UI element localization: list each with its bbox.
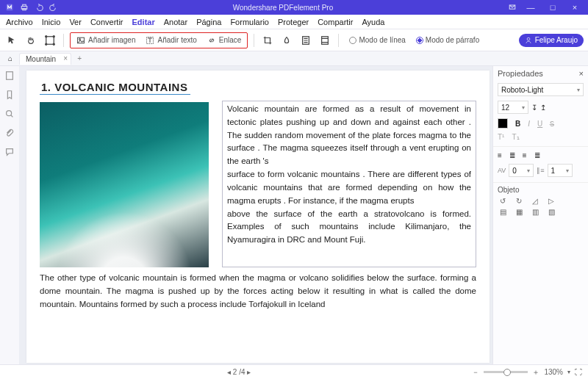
menu-archivo[interactable]: Archivo (6, 18, 33, 26)
menu-inicio[interactable]: Inicio (42, 18, 61, 26)
close-panel-icon[interactable]: × (579, 69, 584, 78)
user-pill[interactable]: Felipe Araujo (519, 34, 584, 47)
menu-ver[interactable]: Ver (69, 18, 82, 26)
add-link-button[interactable]: Enlace (204, 36, 245, 45)
menu-proteger[interactable]: Proteger (278, 18, 309, 26)
background-icon[interactable] (298, 32, 313, 48)
properties-title: Propiedades (498, 69, 543, 78)
edit-toolbar: Añadir imagen Añadir texto Enlace Modo d… (0, 29, 588, 51)
distribute-icon[interactable]: ▧ (546, 208, 556, 216)
menu-compartir[interactable]: Compartir (318, 18, 353, 26)
underline-icon[interactable]: U (537, 120, 542, 128)
zoom-dropdown-icon[interactable]: ▾ (567, 369, 570, 375)
zoom-value: 130% (544, 368, 563, 376)
subscript-icon[interactable]: T₁ (512, 133, 519, 141)
bold-icon[interactable]: B (515, 120, 520, 128)
align-justify-icon[interactable]: ≣ (534, 151, 540, 159)
svg-point-7 (53, 35, 54, 37)
fit-page-icon[interactable]: ⛶ (575, 368, 582, 376)
user-name: Felipe Araujo (535, 36, 578, 44)
left-rail (0, 66, 19, 364)
svg-point-8 (46, 43, 47, 45)
redo-icon[interactable] (47, 1, 60, 14)
status-bar: ◂ 2 /4 ▸ － ＋ 130% ▾ ⛶ (0, 364, 588, 379)
document-tabs: ⌂ Mountain× + (0, 51, 588, 66)
align-obj-left-icon[interactable]: ▤ (498, 208, 508, 216)
app-title: Wondershare PDFelement Pro (60, 4, 506, 12)
align-right-icon[interactable]: ≡ (523, 151, 527, 159)
font-size-select[interactable]: 12▾ (498, 101, 528, 114)
bookmarks-icon[interactable] (4, 90, 15, 101)
superscript-icon[interactable]: T¹ (498, 133, 504, 141)
svg-point-9 (53, 43, 54, 45)
print-icon[interactable] (18, 1, 31, 14)
menu-pagina[interactable]: Página (196, 18, 221, 26)
line-spacing-select[interactable]: 1▾ (548, 164, 573, 177)
align-obj-center-icon[interactable]: ▦ (514, 208, 524, 216)
rotate-cw-icon[interactable]: ↻ (514, 197, 524, 205)
close-button[interactable]: × (564, 3, 585, 12)
menu-editar[interactable]: Editar (132, 18, 155, 26)
flip-h-icon[interactable]: ◿ (530, 197, 540, 205)
add-content-group: Añadir imagen Añadir texto Enlace (70, 32, 248, 48)
add-image-button[interactable]: Añadir imagen (74, 36, 138, 45)
menu-ayuda[interactable]: Ayuda (362, 18, 384, 26)
page-indicator[interactable]: ◂ 2 /4 ▸ (6, 368, 472, 376)
svg-point-6 (46, 35, 47, 37)
header-footer-icon[interactable] (318, 32, 332, 48)
zoom-out-button[interactable]: － (472, 367, 479, 378)
align-center-icon[interactable]: ≣ (509, 151, 515, 159)
minimize-button[interactable]: — (520, 3, 541, 12)
doc-text-column[interactable]: Volcanic mountain are formed as a result… (222, 101, 476, 267)
decrease-size-icon[interactable]: ↧ (531, 104, 537, 112)
page-viewport: 1. VOLCANIC MOUNTAINS Volcanic mountain … (19, 66, 492, 364)
font-family-select[interactable]: Roboto-Light▾ (498, 83, 584, 96)
document-tab[interactable]: Mountain× (19, 53, 71, 65)
add-text-button[interactable]: Añadir texto (143, 36, 199, 45)
align-obj-right-icon[interactable]: ▥ (530, 208, 540, 216)
notify-icon[interactable] (506, 1, 519, 14)
increase-size-icon[interactable]: ↥ (540, 104, 546, 112)
svg-point-11 (79, 38, 81, 40)
crop-icon[interactable] (260, 32, 275, 48)
svg-rect-16 (7, 72, 13, 80)
svg-rect-5 (46, 36, 54, 44)
mode-paragraph-radio[interactable]: Modo de párrafo (416, 36, 479, 44)
italic-icon[interactable]: I (528, 120, 530, 128)
home-tab-icon[interactable]: ⌂ (4, 54, 16, 62)
watermark-icon[interactable] (279, 32, 294, 48)
pdf-page[interactable]: 1. VOLCANIC MOUNTAINS Volcanic mountain … (26, 71, 490, 363)
title-bar: Wondershare PDFelement Pro — □ × (0, 0, 588, 15)
comments-icon[interactable] (4, 147, 15, 159)
doc-heading: 1. VOLCANIC MOUNTAINS (40, 79, 190, 95)
doc-text-below[interactable]: The other type of volcanic mountain is f… (40, 272, 476, 311)
new-tab-button[interactable]: + (74, 54, 85, 62)
color-swatch[interactable] (498, 118, 508, 129)
hand-pan-icon[interactable] (24, 32, 38, 48)
zoom-slider[interactable] (484, 371, 528, 373)
align-left-icon[interactable]: ≡ (498, 151, 502, 159)
close-tab-icon[interactable]: × (63, 54, 68, 62)
attachments-icon[interactable] (4, 128, 15, 140)
select-arrow-icon[interactable] (4, 32, 19, 48)
maximize-button[interactable]: □ (542, 3, 563, 12)
svg-point-15 (527, 37, 530, 40)
object-section-title: Objeto (493, 182, 588, 195)
svg-rect-14 (322, 36, 329, 44)
undo-icon[interactable] (32, 1, 46, 14)
rotate-ccw-icon[interactable]: ↺ (498, 197, 508, 205)
thumbnails-icon[interactable] (4, 71, 15, 82)
menu-anotar[interactable]: Anotar (164, 18, 187, 26)
mode-line-radio[interactable]: Modo de línea (349, 36, 405, 44)
doc-image[interactable] (40, 102, 209, 267)
zoom-in-button[interactable]: ＋ (532, 367, 539, 378)
menu-convertir[interactable]: Convertir (90, 18, 123, 26)
menu-formulario[interactable]: Formulario (230, 18, 269, 26)
menu-bar: Archivo Inicio Ver Convertir Editar Anot… (0, 15, 588, 29)
search-icon[interactable] (4, 109, 15, 120)
flip-v-icon[interactable]: ▷ (546, 197, 556, 205)
edit-object-icon[interactable] (43, 32, 57, 48)
letter-spacing-select[interactable]: 0▾ (509, 164, 534, 177)
app-logo-icon (3, 1, 16, 14)
strike-icon[interactable]: S̶ (550, 120, 554, 128)
